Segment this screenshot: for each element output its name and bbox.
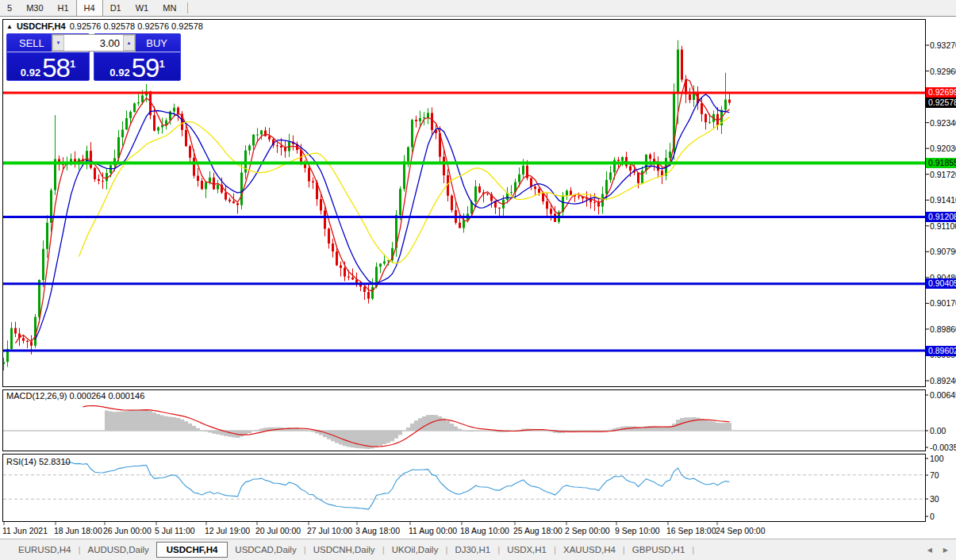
- volume-input[interactable]: [64, 35, 123, 51]
- time-axis-label: 18 Jun 18:00: [54, 526, 102, 535]
- sell-price-pipette: 1: [70, 60, 75, 68]
- timeframe-button-w1[interactable]: W1: [129, 0, 156, 16]
- timeframe-button-mn[interactable]: MN: [155, 0, 183, 16]
- price-tick-label: 0.89240: [930, 376, 956, 385]
- price-badge: 0.92578: [926, 98, 956, 108]
- toolbar-separator: [187, 2, 188, 13]
- chart-canvas[interactable]: [0, 0, 956, 560]
- chart-tab-bar: EURUSD,H4|AUDUSD,DailyUSDCHF,H4USDCAD,Da…: [0, 539, 956, 560]
- chart-ohlc-values: 0.92576 0.92578 0.92576 0.92578: [70, 21, 203, 31]
- time-axis-label: 18 Aug 10:00: [460, 526, 509, 535]
- time-axis-label: 25 Aug 18:00: [513, 526, 562, 535]
- tab-gbpusd[interactable]: GBPUSD,H1: [625, 542, 692, 558]
- volume-increase-button[interactable]: ▲: [123, 35, 135, 51]
- tab-ukoil[interactable]: UKOil,Daily: [385, 542, 446, 558]
- tab-dj30[interactable]: DJ30,H1: [447, 542, 497, 558]
- sell-price-prefix: 0.92: [21, 65, 40, 81]
- rsi-indicator-label: RSI(14) 52.8310: [6, 457, 71, 466]
- time-axis-label: 9 Sep 10:00: [615, 526, 660, 535]
- price-tick-label: 0.93270: [930, 40, 956, 50]
- time-axis-label: 16 Sep 18:00: [666, 526, 716, 535]
- price-badge: 0.92699: [926, 87, 956, 98]
- time-axis-label: 12 Jul 19:00: [205, 526, 250, 535]
- sell-price-big-digits: 58: [42, 55, 70, 81]
- rsi-scale-label: 0: [930, 512, 935, 521]
- price-tick-label: 0.92030: [930, 144, 956, 153]
- tab-eurusd[interactable]: EURUSD,H4: [11, 542, 78, 558]
- macd-indicator-label: MACD(12,26,9) 0.000264 0.000146: [6, 391, 144, 401]
- tab-usdcnh[interactable]: USDCNH,Daily: [306, 542, 382, 558]
- chart-title: ▲USDCHF,H40.92576 0.92578 0.92576 0.9257…: [6, 21, 203, 31]
- rsi-scale-label: 70: [930, 470, 939, 480]
- buy-price-pipette: 1: [159, 60, 164, 68]
- price-tick-label: 0.90790: [930, 247, 956, 256]
- price-badge: 0.91855: [926, 158, 956, 168]
- time-axis-label: 11 Aug 00:00: [409, 526, 457, 535]
- buy-price[interactable]: 0.92 59 1: [94, 52, 180, 82]
- timeframe-toolbar: 5M30H1H4D1W1MN: [0, 0, 956, 17]
- trading-terminal-window: 5M30H1H4D1W1MN ▲USDCHF,H40.92576 0.92578…: [0, 0, 956, 560]
- sell-price[interactable]: 0.92 58 1: [7, 52, 89, 82]
- price-tick-label: 0.90170: [930, 298, 956, 308]
- time-axis-label: 5 Jul 11:00: [155, 526, 195, 535]
- rsi-scale-label: 100: [930, 454, 944, 463]
- time-axis-label: 2 Sep 00:00: [565, 526, 610, 535]
- price-badge: 0.89602: [926, 346, 956, 356]
- chart-symbol-label: USDCHF,H4: [17, 21, 66, 31]
- price-badge: 0.90405: [926, 278, 956, 289]
- price-tick-label: 0.91100: [930, 221, 956, 231]
- spinner-down-icon: ▼: [56, 40, 61, 45]
- price-tick-label: 0.92960: [930, 67, 956, 76]
- tab-scroll-right-button[interactable]: ▶: [943, 547, 948, 554]
- rsi-scale-label: 30: [930, 494, 939, 504]
- price-tick-label: 0.91720: [930, 170, 956, 179]
- one-click-trading-panel: SELL 0.92 58 1 BUY 0.92 59 1 ▼ ▲: [6, 33, 181, 81]
- tab-audusd[interactable]: AUDUSD,Daily: [80, 542, 155, 558]
- price-tick-label: 0.89860: [930, 324, 956, 334]
- macd-scale-label: 0.00: [930, 426, 946, 435]
- timeframe-button-h4[interactable]: H4: [76, 0, 103, 16]
- macd-scale-label: -0.00350: [930, 443, 956, 452]
- volume-stepper: ▼ ▲: [52, 34, 136, 52]
- time-axis-label: 11 Jun 2021: [2, 526, 48, 535]
- tab-scroll-arrows: ◀▶: [927, 547, 948, 554]
- time-axis-label: 20 Jul 00:00: [255, 526, 301, 535]
- price-tick-label: 0.92340: [930, 118, 956, 128]
- tab-usdcad[interactable]: USDCAD,Daily: [228, 542, 303, 558]
- timeframe-button-h1[interactable]: H1: [51, 0, 76, 16]
- timeframe-button-d1[interactable]: D1: [103, 0, 129, 16]
- buy-price-big-digits: 59: [132, 55, 159, 81]
- time-axis-label: 3 Aug 18:00: [355, 526, 400, 535]
- tab-xauusd[interactable]: XAUUSD,H4: [556, 542, 623, 558]
- price-tick-label: 0.91410: [930, 195, 956, 205]
- chart-collapse-arrow-icon[interactable]: ▲: [6, 23, 13, 30]
- time-axis-label: 26 Jun 00:00: [103, 526, 152, 535]
- tab-scroll-left-button[interactable]: ◀: [927, 547, 932, 554]
- macd-scale-label: 0.006451: [930, 390, 956, 400]
- buy-price-prefix: 0.92: [109, 65, 129, 81]
- spinner-up-icon: ▲: [127, 40, 132, 45]
- timeframe-button-5[interactable]: 5: [0, 0, 19, 16]
- tab-separator: |: [692, 545, 694, 554]
- volume-decrease-button[interactable]: ▼: [52, 35, 64, 51]
- tab-usdchf[interactable]: USDCHF,H4: [156, 542, 228, 558]
- price-badge: 0.91208: [926, 212, 956, 222]
- tab-usdx[interactable]: USDX,H1: [500, 542, 554, 558]
- time-axis-label: 24 Sep 00:00: [716, 526, 765, 535]
- time-axis-label: 27 Jul 10:00: [307, 526, 352, 535]
- timeframe-button-m30[interactable]: M30: [19, 0, 50, 16]
